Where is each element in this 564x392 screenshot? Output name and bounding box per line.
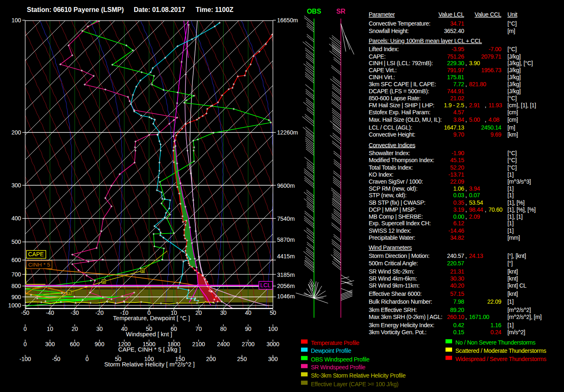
svg-text:40.20: 40.20 — [450, 282, 464, 289]
svg-text:OBS: OBS — [307, 8, 321, 15]
svg-text:175.81: 175.81 — [447, 74, 464, 80]
svg-text:850-600 Lapse Rate:: 850-600 Lapse Rate: — [369, 95, 421, 102]
svg-text:70: 70 — [195, 326, 202, 332]
svg-text:2: 2 — [103, 280, 105, 284]
svg-text:,: , — [465, 116, 467, 123]
svg-text:0.35: 0.35 — [453, 199, 464, 206]
svg-text:30.30: 30.30 — [450, 275, 464, 282]
svg-text:3.84: 3.84 — [453, 116, 464, 123]
svg-text:[m]: [m] — [507, 28, 515, 34]
svg-text:-50: -50 — [52, 356, 60, 362]
svg-text:Station: 06610 Payerne (LSMP): Station: 06610 Payerne (LSMP) — [27, 6, 124, 13]
svg-text:1956.73: 1956.73 — [481, 67, 501, 73]
svg-text:3.94: 3.94 — [469, 185, 480, 192]
svg-text:0.03: 0.03 — [453, 192, 464, 198]
svg-text:Date: 01.08.2017: Date: 01.08.2017 — [134, 6, 185, 13]
svg-text:1.16: 1.16 — [491, 322, 502, 328]
svg-text:24.13: 24.13 — [469, 253, 483, 259]
svg-text:Precipitable Water:: Precipitable Water: — [369, 234, 415, 241]
svg-text:1000: 1000 — [8, 302, 21, 309]
svg-text:,: , — [465, 206, 467, 213]
svg-text:34.71: 34.71 — [450, 20, 464, 27]
svg-text:2100: 2100 — [192, 341, 205, 347]
svg-text:[J/kg]: [J/kg] — [507, 88, 521, 94]
svg-text:SR Windspeed Profile: SR Windspeed Profile — [311, 364, 365, 371]
svg-text:80: 80 — [220, 326, 227, 332]
svg-text:751.26: 751.26 — [447, 53, 464, 60]
svg-text:Lifted Index:: Lifted Index: — [369, 46, 399, 52]
svg-text:[°], [knt]: [°], [knt] — [507, 253, 526, 259]
svg-text:100: 100 — [12, 17, 21, 24]
svg-text:MB Comp | SHERBE:: MB Comp | SHERBE: — [369, 213, 423, 220]
svg-text:FM Hail Size | SHIP | LHP:: FM Hail Size | SHIP | LHP: — [369, 102, 434, 109]
svg-text:220.57: 220.57 — [447, 260, 464, 267]
svg-text:Max 3km SRH (0-2km) | AGL:: Max 3km SRH (0-2km) | AGL: — [369, 314, 442, 320]
svg-text:250: 250 — [237, 356, 247, 362]
svg-text:-20: -20 — [95, 309, 104, 316]
svg-text:[knt]: [knt] — [507, 290, 518, 297]
svg-text:[mm]: [mm] — [507, 234, 520, 241]
svg-text:Value LCL: Value LCL — [438, 11, 464, 18]
svg-text:3km Effective SRH:: 3km Effective SRH: — [369, 307, 417, 313]
svg-text:0.42: 0.42 — [453, 322, 464, 328]
svg-text:No / Non Severe Thunderstorms: No / Non Severe Thunderstorms — [455, 339, 536, 346]
svg-text:CAPE:: CAPE: — [369, 53, 386, 60]
svg-text:-3.95: -3.95 — [451, 46, 464, 52]
svg-text:Convective Height:: Convective Height: — [369, 131, 415, 138]
svg-text:[cm], [1], [1]: [cm], [1], [1] — [507, 102, 536, 109]
svg-text:2450.14: 2450.14 — [481, 124, 501, 131]
svg-text:89.20: 89.20 — [450, 307, 464, 313]
svg-text:,: , — [465, 60, 467, 66]
svg-text:2400: 2400 — [217, 341, 230, 347]
svg-text:30: 30 — [96, 326, 103, 332]
svg-text:Exp. Supercell Index CH:: Exp. Supercell Index CH: — [369, 220, 431, 227]
svg-text:[1]: [1] — [507, 220, 514, 227]
svg-text:21.02: 21.02 — [450, 95, 464, 102]
svg-text:1046m: 1046m — [277, 293, 295, 300]
svg-text:SR Wind 9km-11km:: SR Wind 9km-11km: — [369, 282, 419, 289]
svg-text:9600m: 9600m — [277, 182, 295, 189]
svg-text:[m]: [m] — [507, 124, 515, 131]
svg-text:3185m: 3185m — [277, 272, 295, 278]
svg-text:700: 700 — [12, 271, 21, 278]
svg-text:[1]: [1] — [507, 227, 514, 234]
svg-text:SWISS 12 Index:: SWISS 12 Index: — [369, 227, 411, 234]
svg-text:0.24: 0.24 — [491, 329, 502, 335]
svg-text:1.9 - 2.5: 1.9 - 2.5 — [444, 102, 464, 109]
svg-text:0.15: 0.15 — [453, 329, 464, 335]
svg-text:98.44: 98.44 — [469, 206, 483, 213]
svg-text:,: , — [465, 314, 467, 320]
svg-text:LCL / CCL (AGL):: LCL / CCL (AGL): — [369, 124, 412, 131]
svg-text:20: 20 — [195, 309, 202, 316]
svg-text:300: 300 — [12, 182, 21, 189]
svg-text:5870m: 5870m — [277, 236, 295, 243]
svg-text:4.57: 4.57 — [453, 109, 464, 116]
svg-text:2.91: 2.91 — [469, 102, 480, 109]
svg-text:9.69: 9.69 — [491, 131, 502, 138]
svg-text:LCL: LCL — [260, 282, 271, 288]
svg-text:[J/kg], [°C]: [J/kg], [°C] — [507, 60, 533, 66]
svg-text:[knt]: [knt] — [507, 275, 518, 282]
svg-text:-14.46: -14.46 — [448, 227, 464, 234]
svg-text:12260m: 12260m — [277, 129, 298, 136]
svg-text:40: 40 — [245, 309, 251, 316]
svg-text:[°C]: [°C] — [507, 95, 517, 102]
svg-text:100: 100 — [268, 326, 278, 332]
svg-text:[knt]: [knt] — [507, 268, 518, 275]
svg-text:[cm]: [cm] — [507, 116, 518, 123]
svg-text:791.97: 791.97 — [447, 67, 464, 73]
svg-text:SCP RM (new, old):: SCP RM (new, old): — [369, 185, 417, 192]
svg-text:Effective Layer (CAPE >= 100 J: Effective Layer (CAPE >= 100 J/kg) — [311, 381, 398, 387]
svg-text:SR Wind 4km-6km:: SR Wind 4km-6km: — [369, 275, 417, 282]
svg-text:Effective Shear 6000:: Effective Shear 6000: — [369, 290, 422, 297]
svg-text:Sfc-3km Storm Relative Helicit: Sfc-3km Storm Relative Helicity Profile — [311, 372, 406, 379]
svg-text:300: 300 — [268, 356, 278, 362]
svg-text:-50: -50 — [21, 309, 29, 316]
svg-text:CINH | LSI (LCL: 792mB):: CINH | LSI (LCL: 792mB): — [369, 60, 433, 66]
svg-text:0: 0 — [24, 341, 27, 347]
svg-text:0: 0 — [24, 326, 27, 332]
svg-text:-100: -100 — [19, 356, 31, 362]
svg-text:21.31: 21.31 — [450, 268, 464, 275]
svg-text:DCAPE (LFS = 500mB):: DCAPE (LFS = 500mB): — [369, 88, 429, 94]
svg-text:2.09: 2.09 — [469, 213, 480, 220]
